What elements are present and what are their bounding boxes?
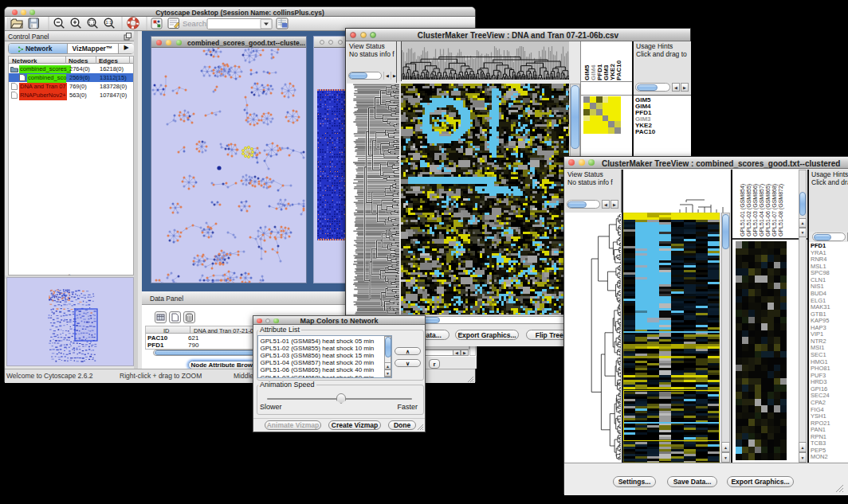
svg-text:1:1: 1:1 — [106, 20, 112, 25]
svg-text:Search:: Search: — [183, 19, 209, 28]
